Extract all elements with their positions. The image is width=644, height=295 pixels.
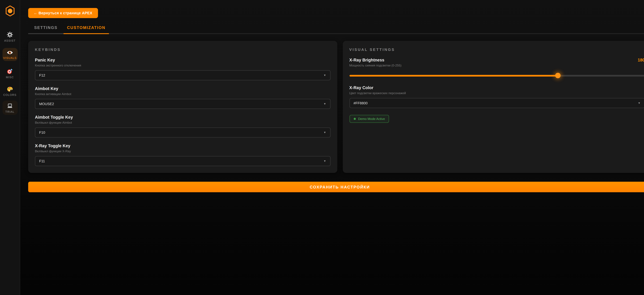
tab-bar: SETTINGS CUSTOMIZATION xyxy=(28,25,644,34)
main-content: ← Вернуться к странице APEX SETTINGS CUS… xyxy=(20,0,644,295)
brightness-slider[interactable] xyxy=(349,73,644,78)
select-value: MOUSE2 xyxy=(39,99,54,108)
back-to-apex-button[interactable]: ← Вернуться к странице APEX xyxy=(28,8,98,18)
aimbot-key-field: Aimbot Key Кнопка активации Aimbot MOUSE… xyxy=(35,86,330,109)
panic-key-field: Panic Key Кнопка экстренного отключения … xyxy=(35,58,330,80)
status-dot-icon xyxy=(354,118,356,120)
field-description: Мощность сияния подсветки (0-255) xyxy=(349,64,644,67)
field-label: X-Ray Color xyxy=(349,86,644,90)
app-logo xyxy=(5,6,14,16)
sidebar: ASSIST VISUALS xyxy=(0,0,20,295)
sidebar-item-label: VISUALS xyxy=(3,56,16,60)
target-icon xyxy=(7,68,13,74)
brightness-value: 180 xyxy=(638,58,644,62)
tab-customization[interactable]: CUSTOMIZATION xyxy=(64,25,109,34)
sidebar-item-misc[interactable]: MISC xyxy=(6,68,14,78)
chevron-down-icon: ▼ xyxy=(638,98,640,108)
xray-color-field: X-Ray Color Цвет подсветки вражеских пер… xyxy=(349,86,644,108)
field-description: Вкл/выкл функции X-Ray xyxy=(35,149,330,153)
sidebar-item-trial[interactable]: TRIAL xyxy=(2,100,18,114)
field-description: Кнопка экстренного отключения xyxy=(35,64,330,67)
brightness-slider-thumb[interactable] xyxy=(555,73,560,78)
save-settings-button[interactable]: СОХРАНИТЬ НАСТРОЙКИ xyxy=(28,182,644,192)
sidebar-item-colors[interactable]: COLORS xyxy=(3,86,16,96)
brightness-slider-fill xyxy=(349,75,558,77)
select-value: F12 xyxy=(39,71,45,80)
eye-icon xyxy=(6,50,14,55)
visual-settings-card: VISUAL SETTINGS X-Ray Brightness 180 Мощ… xyxy=(342,41,644,173)
demo-mode-badge-label: Demo Mode Active xyxy=(358,117,385,121)
field-description: Цвет подсветки вражеских персонажей xyxy=(349,91,644,95)
sidebar-item-assist[interactable]: ASSIST xyxy=(4,32,16,42)
palette-icon xyxy=(7,86,13,92)
sidebar-item-label: ASSIST xyxy=(4,39,16,42)
aimbot-toggle-key-field: Aimbot Toggle Key Вкл/выкл функции Aimbo… xyxy=(35,115,330,138)
xray-toggle-key-field: X-Ray Toggle Key Вкл/выкл функции X-Ray … xyxy=(35,144,330,166)
select-value: F10 xyxy=(39,128,45,137)
hexagon-logo-icon xyxy=(5,6,14,16)
xray-brightness-field: X-Ray Brightness 180 Мощность сияния под… xyxy=(349,58,644,78)
keybinds-section-title: KEYBINDS xyxy=(35,48,330,52)
keybinds-card: KEYBINDS Panic Key Кнопка экстренного от… xyxy=(28,41,337,173)
xray-toggle-key-select[interactable]: F11 ▼ xyxy=(35,156,330,166)
field-label: Aimbot Toggle Key xyxy=(35,115,330,120)
select-value: #FF8800 xyxy=(354,98,368,108)
gear-icon xyxy=(7,32,13,38)
aimbot-toggle-key-select[interactable]: F10 ▼ xyxy=(35,128,330,138)
laptop-icon xyxy=(7,103,13,109)
chevron-down-icon: ▼ xyxy=(324,99,326,108)
chevron-down-icon: ▼ xyxy=(324,156,326,166)
field-label: X-Ray Toggle Key xyxy=(35,144,330,148)
field-description: Вкл/выкл функции Aimbot xyxy=(35,121,330,124)
visual-settings-section-title: VISUAL SETTINGS xyxy=(349,48,644,52)
chevron-down-icon: ▼ xyxy=(324,128,326,137)
sidebar-item-label: MISC xyxy=(6,76,14,78)
select-value: F11 xyxy=(39,156,45,166)
tab-settings[interactable]: SETTINGS xyxy=(28,25,64,34)
app-window: ASSIST VISUALS xyxy=(0,0,644,295)
sidebar-item-label: TRIAL xyxy=(5,110,14,113)
sidebar-item-visuals[interactable]: VISUALS xyxy=(2,48,18,61)
chevron-down-icon: ▼ xyxy=(324,71,326,80)
field-label: Aimbot Key xyxy=(35,86,330,91)
field-label: X-Ray Brightness xyxy=(349,58,384,62)
panic-key-select[interactable]: F12 ▼ xyxy=(35,70,330,80)
field-label: Panic Key xyxy=(35,58,330,62)
xray-color-select[interactable]: #FF8800 ▼ xyxy=(349,98,644,108)
aimbot-key-select[interactable]: MOUSE2 ▼ xyxy=(35,99,330,109)
sidebar-item-label: COLORS xyxy=(3,94,16,96)
field-description: Кнопка активации Aimbot xyxy=(35,92,330,96)
demo-mode-badge: Demo Mode Active xyxy=(349,115,389,123)
